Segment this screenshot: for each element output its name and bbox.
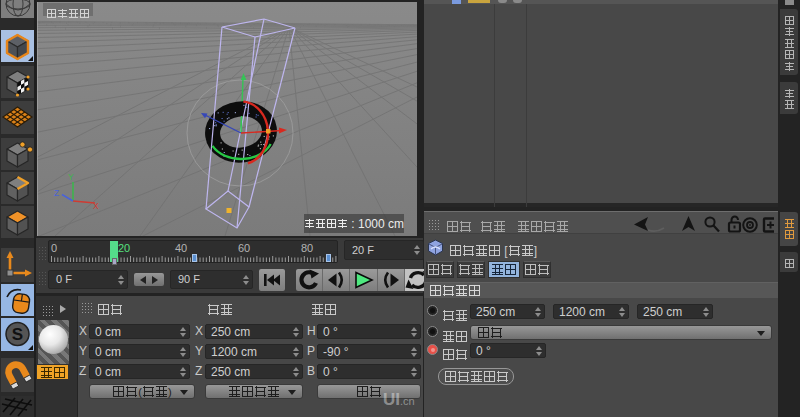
svg-text:Z: Z	[54, 188, 59, 198]
svg-text:Y: Y	[68, 172, 74, 182]
svg-text:S: S	[12, 325, 23, 344]
svg-text:X: X	[93, 201, 99, 211]
